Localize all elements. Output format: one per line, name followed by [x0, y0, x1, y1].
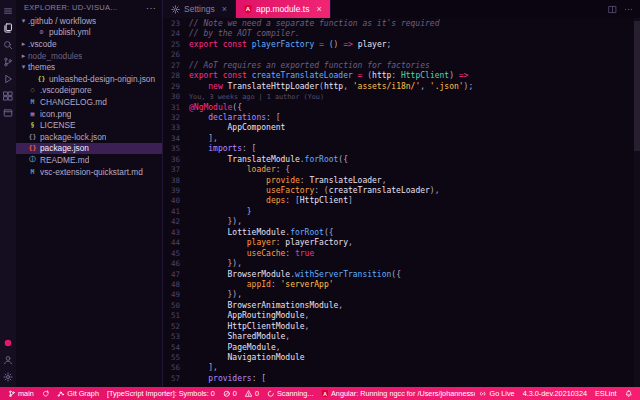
code-line-39[interactable]: 39 useFactory: (createTranslateLoader),: [163, 186, 640, 196]
editor-scrollbar[interactable]: [634, 18, 640, 387]
code-line-27[interactable]: 27// AoT requires an exported function f…: [163, 61, 640, 71]
activity-gear-button[interactable]: [0, 368, 16, 385]
scrollbar-thumb[interactable]: [634, 21, 640, 151]
code-line-34[interactable]: 34 ],: [163, 134, 640, 144]
code-line-24[interactable]: 24// by the AOT compiler.: [163, 29, 640, 39]
activity-account-button[interactable]: [0, 351, 16, 368]
tab-Settings[interactable]: Settings×: [163, 0, 236, 18]
close-icon[interactable]: ×: [316, 4, 321, 14]
markdown-icon: M: [28, 168, 37, 176]
code-line-26[interactable]: 26: [163, 50, 640, 60]
code-line-25[interactable]: 25export const playerFactory = () => pla…: [163, 40, 640, 50]
code-line-56[interactable]: 56 ],: [163, 363, 640, 373]
code-line-55[interactable]: 55 NavigationModule: [163, 353, 640, 363]
code-line-51[interactable]: 51 AppRoutingModule,: [163, 311, 640, 321]
activity-source-control-button[interactable]: [0, 53, 16, 70]
explorer-actions-icon[interactable]: ···: [146, 3, 156, 13]
editor-actions: [331, 0, 640, 18]
line-number: 49: [163, 290, 189, 300]
status-typescript-version[interactable]: 4.3.0-dev.20210324: [519, 389, 591, 398]
tree-item-package-lock.json[interactable]: {}package-lock.json: [16, 131, 162, 143]
status-problems-errors[interactable]: 0: [219, 389, 241, 398]
code-line-46[interactable]: 46 }),: [163, 259, 640, 269]
ignore-icon: ◌: [28, 86, 37, 94]
code-line-33[interactable]: 33 AppComponent: [163, 123, 640, 133]
activity-extensions-button[interactable]: [0, 87, 16, 104]
code-line-36[interactable]: 36 TranslateModule.forRoot({: [163, 155, 640, 165]
code-line-50[interactable]: 50 BrowserAnimationsModule,: [163, 301, 640, 311]
code-line-23[interactable]: 23// Note we need a separate function as…: [163, 19, 640, 29]
code-line-29[interactable]: 29 new TranslateHttpLoader(http, 'assets…: [163, 82, 640, 92]
code-line-53[interactable]: 53 SharedModule,: [163, 332, 640, 342]
code-line-54[interactable]: 54 PageModule,: [163, 343, 640, 353]
status-problems-warnings[interactable]: 0: [241, 389, 263, 398]
tree-item-.vscode[interactable]: ▸.vscode: [16, 38, 162, 50]
sync-icon: [42, 390, 50, 398]
code-line-38[interactable]: 38 provide: TranslateLoader,: [163, 176, 640, 186]
tree-item-node_modules[interactable]: ▸node_modules: [16, 50, 162, 62]
tree-item-unleashed-design-origin.json[interactable]: {}unleashed-design-origin.json: [16, 73, 162, 85]
code-line-41[interactable]: 41 }: [163, 207, 640, 217]
status-go-live[interactable]: Go Live: [475, 389, 518, 398]
tree-item-publish.yml[interactable]: ⚙publish.yml: [16, 27, 162, 39]
line-number: 32: [163, 113, 189, 123]
line-number: 38: [163, 176, 189, 186]
tree-item-label: package-lock.json: [40, 132, 106, 142]
code-area[interactable]: 23// Note we need a separate function as…: [163, 18, 640, 387]
code-line-43[interactable]: 43 LottieModule.forRoot({: [163, 228, 640, 238]
status-bar-right: Go Live4.3.0-dev.20210324ESLint: [475, 389, 636, 398]
activity-bar-bottom: [0, 334, 16, 385]
window-icon: [3, 108, 13, 118]
code-line-31[interactable]: 31@NgModule({: [163, 103, 640, 113]
code-line-47[interactable]: 47 BrowserModule.withServerTransition({: [163, 270, 640, 280]
code-line-40[interactable]: 40 deps: [HttpClient]: [163, 196, 640, 206]
activity-menu-button[interactable]: [0, 2, 16, 19]
circle-icon: [3, 338, 13, 348]
code-line-35[interactable]: 35 imports: [: [163, 144, 640, 154]
code-line-37[interactable]: 37 loader: {: [163, 165, 640, 175]
status-branch[interactable]: main: [4, 389, 38, 398]
status-eslint[interactable]: ESLint: [591, 389, 621, 398]
activity-window-button[interactable]: [0, 104, 16, 121]
code-line-49[interactable]: 49 }),: [163, 290, 640, 300]
code-line-57[interactable]: 57 providers: [: [163, 374, 640, 384]
status-angular-ngcc[interactable]: AAngular: Running ngcc for /Users/johann…: [317, 389, 475, 398]
tab-app.module.ts[interactable]: Aapp.module.ts×: [236, 0, 331, 18]
status-scanning[interactable]: Scanning...: [263, 389, 318, 398]
activity-bar: [0, 0, 16, 387]
activity-debug-button[interactable]: [0, 70, 16, 87]
split-icon[interactable]: [608, 5, 617, 14]
code-line-30[interactable]: 30You, 3 weeks ago | 1 author (You): [163, 92, 640, 102]
status-ts-importer[interactable]: [TypeScript Importer]: Symbols: 0: [103, 389, 219, 398]
tree-item-icon.png[interactable]: ▦icon.png: [16, 108, 162, 120]
status-notifications[interactable]: [621, 390, 637, 398]
tree-item-.github / workflows[interactable]: ▾.github / workflows: [16, 15, 162, 27]
tree-item-CHANGELOG.md[interactable]: MCHANGELOG.md: [16, 96, 162, 108]
code-line-52[interactable]: 52 HttpClientModule,: [163, 322, 640, 332]
close-icon[interactable]: ×: [222, 4, 227, 14]
code-line-32[interactable]: 32 declarations: [: [163, 113, 640, 123]
status-sync[interactable]: [38, 390, 54, 398]
tree-item-vsc-extension-quickstart.md[interactable]: Mvsc-extension-quickstart.md: [16, 166, 162, 178]
angular-icon: A: [321, 390, 328, 398]
line-number: 26: [163, 50, 189, 60]
tree-item-.vscodeignore[interactable]: ◌.vscodeignore: [16, 85, 162, 97]
status-item-label: Git Graph: [67, 389, 99, 398]
activity-search-button[interactable]: [0, 36, 16, 53]
tree-item-LICENSE[interactable]: §LICENSE: [16, 119, 162, 131]
tree-item-themes[interactable]: ▾themes: [16, 61, 162, 73]
activity-circle-button[interactable]: [0, 334, 16, 351]
code-line-45[interactable]: 45 useCache: true: [163, 249, 640, 259]
line-number: 28: [163, 71, 189, 81]
code-line-44[interactable]: 44 player: playerFactory,: [163, 238, 640, 248]
more-icon[interactable]: [624, 5, 633, 14]
code-line-28[interactable]: 28export const createTranslateLoader = (…: [163, 71, 640, 81]
chevron-down-icon: ▾: [19, 63, 28, 71]
code-line-48[interactable]: 48 appId: 'serverApp': [163, 280, 640, 290]
code-line-42[interactable]: 42 }),: [163, 217, 640, 227]
tree-item-label: icon.png: [40, 109, 71, 119]
tree-item-package.json[interactable]: {}package.json: [16, 143, 162, 155]
tree-item-README.md[interactable]: ⓘREADME.md: [16, 154, 162, 166]
status-git-graph[interactable]: Git Graph: [53, 389, 103, 398]
activity-files-button[interactable]: [0, 19, 16, 36]
